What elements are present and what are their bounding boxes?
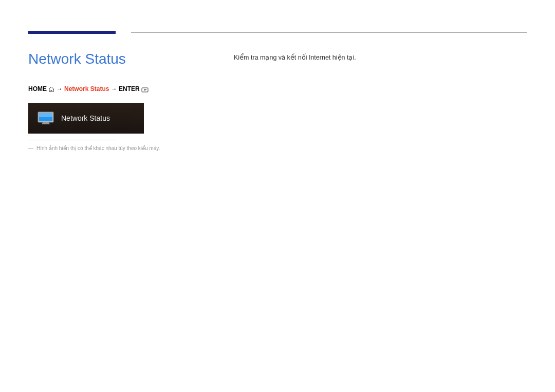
breadcrumb-arrow1: →: [57, 85, 63, 92]
note-text: ―Hình ảnh hiển thị có thể khác nhau tùy …: [28, 145, 234, 151]
page-title: Network Status: [28, 51, 234, 67]
breadcrumb-highlight: Network Status: [64, 85, 109, 92]
note-divider: [28, 140, 116, 140]
menu-item-network-status[interactable]: Network Status: [28, 103, 144, 134]
note-content: Hình ảnh hiển thị có thể khác nhau tùy t…: [36, 145, 160, 151]
description-text: Kiểm tra mạng và kết nối Internet hiện t…: [234, 53, 527, 61]
menu-item-label: Network Status: [61, 114, 110, 122]
left-column: Network Status HOME → Network Status → E…: [28, 48, 234, 151]
header-divider: [131, 32, 527, 33]
home-icon: [48, 86, 54, 91]
right-column: Kiểm tra mạng và kết nối Internet hiện t…: [234, 48, 527, 151]
breadcrumb: HOME → Network Status → ENTER: [28, 85, 234, 92]
note-dash: ―: [28, 145, 33, 151]
svg-rect-3: [39, 113, 52, 117]
breadcrumb-arrow2: →: [111, 85, 117, 92]
breadcrumb-enter: ENTER: [119, 85, 140, 92]
content-wrapper: Network Status HOME → Network Status → E…: [28, 48, 527, 151]
enter-icon: [141, 87, 149, 92]
header-accent-bar: [28, 31, 116, 34]
breadcrumb-home: HOME: [28, 85, 47, 92]
monitor-icon: [38, 111, 54, 125]
